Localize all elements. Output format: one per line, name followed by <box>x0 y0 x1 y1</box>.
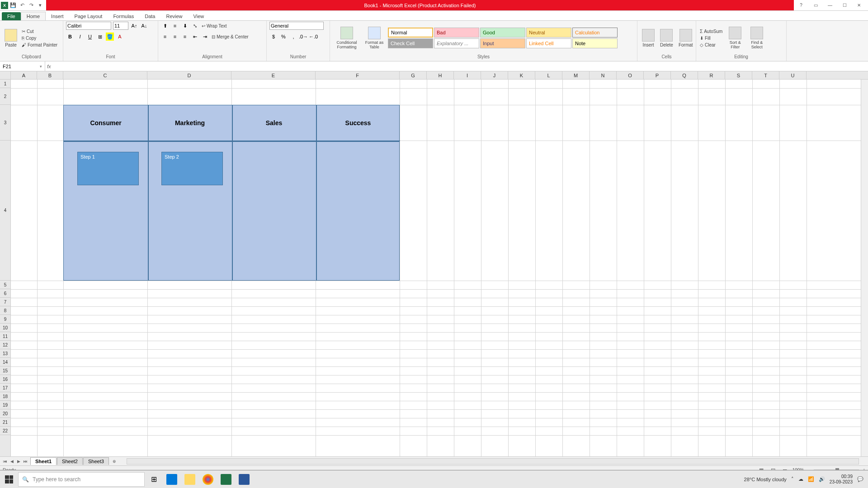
style-note[interactable]: Note <box>572 38 618 48</box>
row-header-18[interactable]: 18 <box>0 392 10 401</box>
qat-dropdown-icon[interactable]: ▾ <box>36 1 44 9</box>
tab-review[interactable]: Review <box>160 12 188 20</box>
redo-icon[interactable]: ↷ <box>27 1 35 9</box>
fill-color-button[interactable]: 🪣 <box>106 33 114 41</box>
increase-indent-icon[interactable]: ⇥ <box>201 33 209 41</box>
start-button[interactable] <box>0 470 18 488</box>
help-icon[interactable]: ? <box>796 1 807 9</box>
tab-insert[interactable]: Insert <box>46 12 69 20</box>
col-header-J[interactable]: J <box>481 71 508 79</box>
bold-button[interactable]: B <box>66 33 74 41</box>
select-all-corner[interactable] <box>0 71 11 79</box>
row-header-21[interactable]: 21 <box>0 418 10 427</box>
taskbar-edge-icon[interactable] <box>164 471 180 488</box>
align-left-icon[interactable]: ≡ <box>161 33 169 41</box>
name-box[interactable]: F21 ▾ <box>0 61 45 71</box>
wrap-text-button[interactable]: ↩Wrap Text <box>201 23 228 29</box>
save-icon[interactable]: 💾 <box>9 1 17 9</box>
col-header-O[interactable]: O <box>617 71 644 79</box>
accounting-format-icon[interactable]: $ <box>269 33 278 41</box>
task-view-icon[interactable]: ⊞ <box>146 471 162 488</box>
weather-widget[interactable]: 28°C Mostly cloudy <box>744 477 787 482</box>
tray-volume-icon[interactable]: 🔊 <box>819 476 825 482</box>
font-color-button[interactable]: A <box>116 33 124 41</box>
conditional-formatting-button[interactable]: Conditional Formatting <box>333 26 361 50</box>
orientation-icon[interactable]: ⤡ <box>191 22 199 30</box>
taskbar-excel-icon[interactable] <box>218 471 234 488</box>
increase-font-icon[interactable]: A↑ <box>130 22 138 30</box>
sort-filter-button[interactable]: Sort & Filter <box>725 26 745 50</box>
col-header-A[interactable]: A <box>11 71 37 79</box>
style-normal[interactable]: Normal <box>388 28 433 38</box>
row-header-3[interactable]: 3 <box>0 105 10 141</box>
col-header-E[interactable]: E <box>231 71 316 79</box>
swimlane-diagram[interactable]: ConsumerMarketingSalesSuccessStep 1Step … <box>63 105 400 281</box>
col-header-T[interactable]: T <box>752 71 779 79</box>
row-header-10[interactable]: 10 <box>0 324 10 332</box>
font-name-select[interactable] <box>66 22 111 30</box>
autosum-button[interactable]: ΣAutoSum <box>699 28 723 34</box>
style-calculation[interactable]: Calculation <box>572 28 618 38</box>
col-header-I[interactable]: I <box>454 71 481 79</box>
vertical-scrollbar[interactable] <box>861 80 868 456</box>
notifications-icon[interactable]: 💬 <box>857 476 863 482</box>
sheet-tab-3[interactable]: Sheet3 <box>83 457 109 465</box>
style-bad[interactable]: Bad <box>434 28 479 38</box>
close-icon[interactable]: ✕ <box>854 1 864 9</box>
merge-center-button[interactable]: ⊟Merge & Center <box>211 34 250 40</box>
maximize-icon[interactable]: ☐ <box>839 1 850 9</box>
col-header-P[interactable]: P <box>644 71 671 79</box>
align-middle-icon[interactable]: ≡ <box>171 22 179 30</box>
tab-page-layout[interactable]: Page Layout <box>69 12 108 20</box>
fx-icon[interactable]: fx <box>47 64 51 69</box>
cut-button[interactable]: ✂Cut <box>21 28 58 34</box>
col-header-U[interactable]: U <box>779 71 807 79</box>
style-input[interactable]: Input <box>480 38 525 48</box>
border-button[interactable]: ⊞ <box>96 33 104 41</box>
taskbar-clock[interactable]: 00:39 23-09-2023 <box>830 474 853 485</box>
format-as-table-button[interactable]: Format as Table <box>363 26 386 50</box>
copy-button[interactable]: ⎘Copy <box>21 35 58 41</box>
col-header-Q[interactable]: Q <box>671 71 698 79</box>
row-header-19[interactable]: 19 <box>0 401 10 409</box>
row-header-6[interactable]: 6 <box>0 289 10 298</box>
row-header-22[interactable]: 22 <box>0 427 10 435</box>
percent-format-icon[interactable]: % <box>279 33 288 41</box>
row-header-5[interactable]: 5 <box>0 281 10 289</box>
row-header-12[interactable]: 12 <box>0 341 10 349</box>
style-neutral[interactable]: Neutral <box>526 28 571 38</box>
format-painter-button[interactable]: 🖌Format Painter <box>21 42 58 48</box>
fill-button[interactable]: ⬇Fill <box>699 35 723 41</box>
taskbar-search[interactable]: 🔍 Type here to search <box>18 472 145 487</box>
format-cells-button[interactable]: Format <box>677 28 695 48</box>
tray-network-icon[interactable]: 📶 <box>808 476 814 482</box>
row-header-8[interactable]: 8 <box>0 306 10 315</box>
row-header-15[interactable]: 15 <box>0 366 10 375</box>
step-box-step-1[interactable]: Step 1 <box>77 152 139 185</box>
row-header-9[interactable]: 9 <box>0 315 10 324</box>
taskbar-explorer-icon[interactable] <box>182 471 198 488</box>
row-header-7[interactable]: 7 <box>0 298 10 306</box>
comma-format-icon[interactable]: , <box>289 33 297 41</box>
style-linked-cell[interactable]: Linked Cell <box>526 38 571 48</box>
row-header-4[interactable]: 4 <box>0 141 10 281</box>
ribbon-options-icon[interactable]: ▭ <box>810 1 821 9</box>
number-format-select[interactable] <box>269 22 324 30</box>
taskbar-chrome-icon[interactable] <box>200 471 216 488</box>
col-header-M[interactable]: M <box>562 71 590 79</box>
row-header-11[interactable]: 11 <box>0 332 10 341</box>
tab-view[interactable]: View <box>188 12 210 20</box>
horizontal-scrollbar[interactable] <box>127 458 859 465</box>
row-header-2[interactable]: 2 <box>0 88 10 105</box>
row-header-14[interactable]: 14 <box>0 358 10 366</box>
style-good[interactable]: Good <box>480 28 525 38</box>
sheet-nav-last-icon[interactable]: ⏭ <box>22 458 28 465</box>
find-select-button[interactable]: Find & Select <box>747 26 767 50</box>
delete-cells-button[interactable]: Delete <box>658 28 675 48</box>
col-header-C[interactable]: C <box>63 71 147 79</box>
tray-chevron-icon[interactable]: ˄ <box>791 476 794 482</box>
tab-data[interactable]: Data <box>139 12 160 20</box>
col-header-H[interactable]: H <box>427 71 454 79</box>
col-header-S[interactable]: S <box>725 71 752 79</box>
name-box-dropdown-icon[interactable]: ▾ <box>40 64 42 69</box>
